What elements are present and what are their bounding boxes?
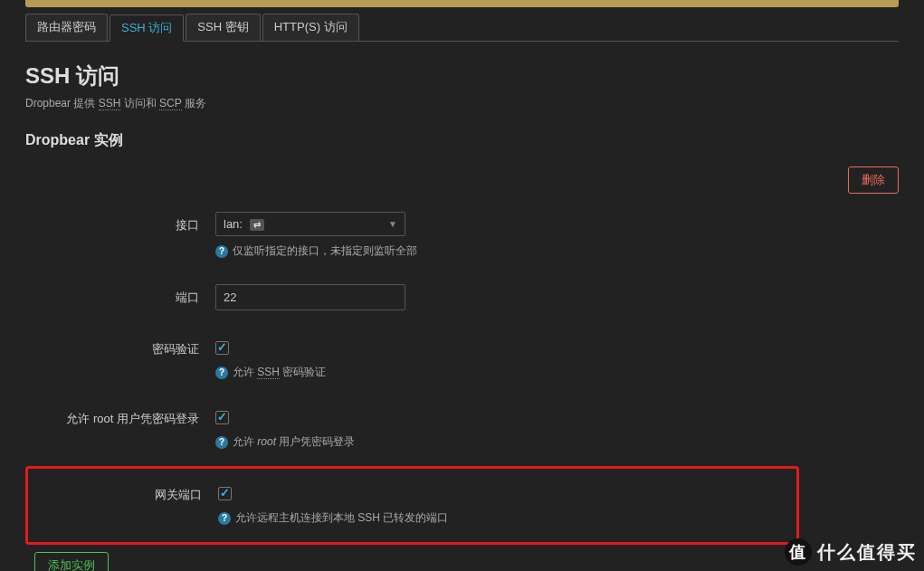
hint-gateway-ports: ? 允许远程主机连接到本地 SSH 已转发的端口	[218, 510, 796, 526]
label-password-auth: 密码验证	[25, 336, 215, 357]
label-gateway-ports: 网关端口	[28, 481, 218, 503]
tab-ssh-keys[interactable]: SSH 密钥	[186, 14, 260, 41]
tab-bar: 路由器密码 SSH 访问 SSH 密钥 HTTP(S) 访问	[25, 14, 899, 42]
page-description: Dropbear 提供 SSH 访问和 SCP 服务	[25, 96, 899, 111]
field-interface: 接口 lan: ⇄ ▼ ? 仅监听指定的接口，未指定则监听全部	[25, 203, 799, 275]
label-interface: 接口	[25, 212, 215, 233]
highlight-box: 网关端口 ? 允许远程主机连接到本地 SSH 已转发的端口	[25, 466, 799, 545]
chevron-down-icon: ▼	[388, 219, 397, 229]
help-icon: ?	[215, 245, 228, 258]
interface-select[interactable]: lan: ⇄ ▼	[215, 212, 405, 236]
interface-value: lan:	[224, 217, 243, 231]
tab-ssh-access[interactable]: SSH 访问	[110, 14, 184, 42]
help-icon: ?	[215, 436, 228, 449]
add-instance-button[interactable]: 添加实例	[34, 552, 109, 571]
label-port: 端口	[25, 284, 215, 306]
port-input[interactable]	[215, 284, 405, 310]
field-port: 端口	[25, 275, 799, 327]
hint-interface: ? 仅监听指定的接口，未指定则监听全部	[215, 243, 799, 259]
tab-https-access[interactable]: HTTP(S) 访问	[262, 14, 359, 41]
dropbear-form: 接口 lan: ⇄ ▼ ? 仅监听指定的接口，未指定则监听全部 端口	[25, 203, 799, 545]
help-icon: ?	[215, 366, 228, 379]
tab-router-password[interactable]: 路由器密码	[25, 14, 108, 41]
password-auth-checkbox[interactable]	[215, 341, 229, 355]
help-icon: ?	[218, 512, 231, 525]
field-password-auth: 密码验证 ? 允许 SSH 密码验证	[25, 327, 799, 396]
abbr-scp: SCP	[159, 97, 181, 110]
field-gateway-ports: 网关端口 ? 允许远程主机连接到本地 SSH 已转发的端口	[28, 469, 796, 542]
delete-button[interactable]: 删除	[848, 167, 899, 194]
em-root: root	[257, 435, 276, 448]
interface-badge-icon: ⇄	[250, 219, 264, 231]
hint-password-auth: ? 允许 SSH 密码验证	[215, 365, 799, 380]
root-login-checkbox[interactable]	[215, 411, 229, 424]
gateway-ports-checkbox[interactable]	[218, 487, 232, 500]
alert-bar-remnant	[25, 0, 899, 7]
page-title: SSH 访问	[25, 62, 899, 90]
abbr-ssh: SSH	[99, 97, 121, 110]
abbr-ssh: SSH	[257, 366, 280, 379]
section-title: Dropbear 实例	[25, 131, 899, 150]
label-root-login: 允许 root 用户凭密码登录	[25, 405, 215, 427]
hint-root-login: ? 允许 root 用户凭密码登录	[215, 434, 799, 450]
field-root-login: 允许 root 用户凭密码登录 ? 允许 root 用户凭密码登录	[25, 396, 799, 466]
